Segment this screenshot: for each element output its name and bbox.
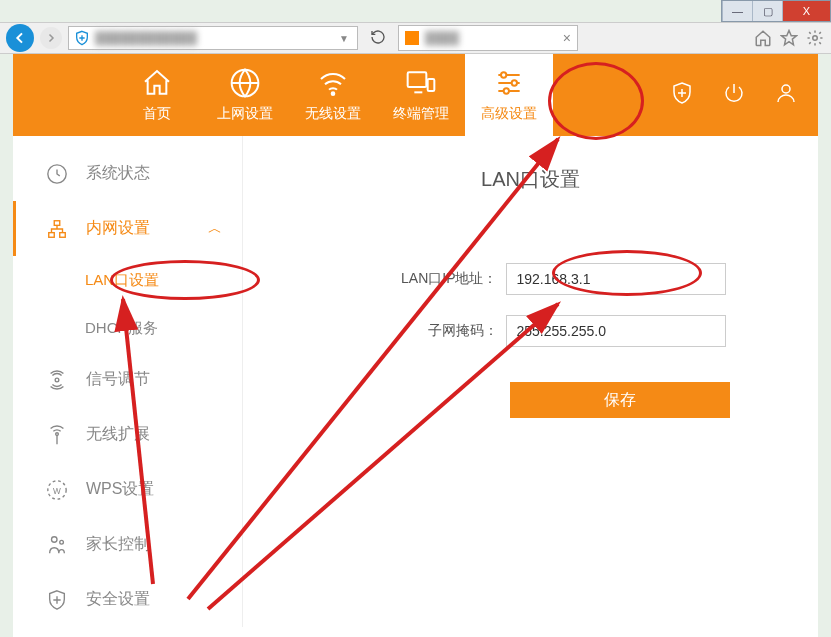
sidebar-sub-dhcp[interactable]: DHCP服务 — [13, 304, 242, 352]
maximize-button[interactable]: ▢ — [752, 1, 782, 21]
svg-point-13 — [55, 378, 59, 382]
close-button[interactable]: X — [782, 1, 830, 21]
sidebar-item-wireless-ext[interactable]: 无线扩展 — [13, 407, 242, 462]
svg-point-5 — [501, 72, 506, 77]
header-nav: 首页 上网设置 无线设置 终端管理 高级设置 — [13, 54, 818, 136]
settings-icon[interactable] — [805, 28, 825, 48]
power-icon[interactable] — [722, 81, 746, 109]
sidebar-label: 无线扩展 — [86, 424, 150, 445]
minimize-button[interactable]: — — [722, 1, 752, 21]
nav-advanced[interactable]: 高级设置 — [465, 54, 553, 136]
svg-point-14 — [56, 432, 59, 435]
shield-icon[interactable] — [670, 81, 694, 109]
svg-rect-12 — [60, 232, 66, 237]
sidebar: 系统状态 内网设置 ︿ LAN口设置 DHCP服务 信号调节 无线扩展 W WP… — [13, 136, 243, 627]
svg-rect-4 — [428, 79, 435, 91]
sidebar-sub-lan[interactable]: LAN口设置 — [13, 256, 242, 304]
svg-rect-3 — [408, 72, 427, 87]
svg-point-8 — [782, 85, 790, 93]
back-button[interactable] — [6, 24, 34, 52]
svg-rect-11 — [49, 232, 55, 237]
svg-point-6 — [512, 80, 517, 85]
svg-point-17 — [52, 536, 58, 542]
mask-label: 子网掩码： — [336, 322, 506, 340]
nav-label: 终端管理 — [393, 105, 449, 123]
svg-rect-10 — [54, 220, 60, 225]
shield-icon — [73, 29, 91, 47]
svg-point-18 — [60, 540, 64, 544]
sidebar-item-system-status[interactable]: 系统状态 — [13, 146, 242, 201]
wps-icon: W — [46, 479, 68, 501]
nav-terminal[interactable]: 终端管理 — [377, 54, 465, 136]
tab-title: ████ — [425, 31, 459, 45]
sidebar-label: WPS设置 — [86, 479, 154, 500]
svg-point-7 — [504, 88, 509, 93]
clock-icon — [46, 163, 68, 185]
sidebar-label: 安全设置 — [86, 589, 150, 610]
header-right-icons — [670, 54, 798, 136]
content-area: LAN口设置 LAN口IP地址： 子网掩码： 保存 — [243, 136, 818, 627]
tab-close-icon[interactable]: × — [563, 30, 571, 46]
nav-label: 无线设置 — [305, 105, 361, 123]
dropdown-icon[interactable]: ▼ — [335, 33, 353, 44]
browser-tab[interactable]: ████ × — [398, 25, 578, 51]
mask-input[interactable] — [506, 315, 726, 347]
sub-label: DHCP服务 — [85, 319, 158, 338]
address-text: ████████████ — [95, 31, 197, 45]
sidebar-item-security[interactable]: 安全设置 — [13, 572, 242, 627]
nav-label: 首页 — [143, 105, 171, 123]
home-icon — [141, 67, 173, 99]
refresh-button[interactable] — [364, 29, 392, 48]
nav-label: 高级设置 — [481, 105, 537, 123]
wifi-icon — [317, 67, 349, 99]
sidebar-label: 内网设置 — [86, 218, 150, 239]
form-row-save: 保存 — [283, 367, 778, 418]
sidebar-item-signal[interactable]: 信号调节 — [13, 352, 242, 407]
sidebar-item-lan-settings[interactable]: 内网设置 ︿ — [13, 201, 242, 256]
antenna-icon — [46, 424, 68, 446]
window-controls: — ▢ X — [721, 0, 831, 22]
forward-button[interactable] — [40, 27, 62, 49]
page-content: 首页 上网设置 无线设置 终端管理 高级设置 系统状态 — [13, 54, 818, 637]
svg-point-2 — [332, 92, 335, 95]
nav-wireless[interactable]: 无线设置 — [289, 54, 377, 136]
sidebar-label: 系统状态 — [86, 163, 150, 184]
globe-icon — [229, 67, 261, 99]
sliders-icon — [493, 67, 525, 99]
signal-icon — [46, 369, 68, 391]
ip-label: LAN口IP地址： — [336, 270, 506, 288]
browser-toolbar: ████████████ ▼ ████ × — [0, 22, 831, 54]
sidebar-label: 家长控制 — [86, 534, 150, 555]
shield-plus-icon — [46, 589, 68, 611]
user-icon[interactable] — [774, 81, 798, 109]
devices-icon — [405, 67, 437, 99]
home-icon[interactable] — [753, 28, 773, 48]
ip-input[interactable] — [506, 263, 726, 295]
sidebar-label: 信号调节 — [86, 369, 150, 390]
sidebar-item-wps[interactable]: W WPS设置 — [13, 462, 242, 517]
parent-icon — [46, 534, 68, 556]
content-title: LAN口设置 — [283, 166, 778, 193]
favicon — [405, 31, 419, 45]
chevron-up-icon: ︿ — [208, 220, 222, 238]
nav-home[interactable]: 首页 — [113, 54, 201, 136]
save-button[interactable]: 保存 — [510, 382, 730, 418]
form-row-mask: 子网掩码： — [283, 315, 778, 347]
form-row-ip: LAN口IP地址： — [283, 263, 778, 295]
network-icon — [46, 218, 68, 240]
address-bar[interactable]: ████████████ ▼ — [68, 26, 358, 50]
sidebar-item-parental[interactable]: 家长控制 — [13, 517, 242, 572]
body-area: 系统状态 内网设置 ︿ LAN口设置 DHCP服务 信号调节 无线扩展 W WP… — [13, 136, 818, 627]
sub-label: LAN口设置 — [85, 271, 159, 290]
svg-point-0 — [813, 36, 818, 41]
nav-internet[interactable]: 上网设置 — [201, 54, 289, 136]
nav-label: 上网设置 — [217, 105, 273, 123]
favorites-icon[interactable] — [779, 28, 799, 48]
svg-text:W: W — [53, 486, 61, 495]
